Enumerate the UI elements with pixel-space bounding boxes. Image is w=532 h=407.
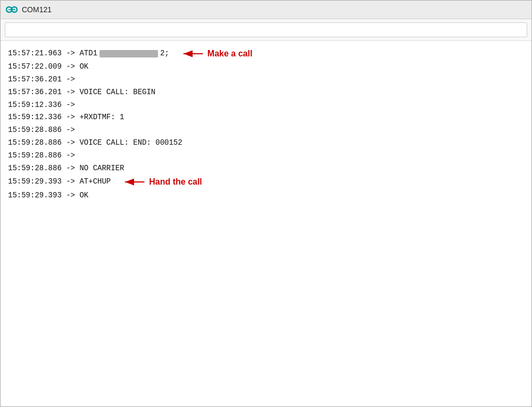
toolbar (1, 19, 531, 41)
hand-the-call-label: Hand the call (149, 175, 202, 189)
log-line-12: 15:59:29.393 -> OK (8, 189, 524, 202)
log-line-9: 15:59:28.886 -> (8, 149, 524, 162)
make-a-call-label: Make a call (207, 46, 253, 61)
log-line-7: 15:59:28.886 -> (8, 124, 524, 137)
console-output: 15:57:21.963 -> ATD1 2; Make a call (1, 41, 531, 406)
log-line-2: 15:57:22.009 -> OK (8, 61, 524, 73)
log-text-9: 15:59:28.886 -> (8, 149, 75, 162)
log-text-10: 15:59:28.886 -> NO CARRIER (8, 162, 124, 175)
log-text-7: 15:59:28.886 -> (8, 124, 75, 137)
log-line-4: 15:57:36.201 -> VOICE CALL: BEGIN (8, 86, 524, 99)
log-text-6: 15:59:12.336 -> +RXDTMF: 1 (8, 111, 124, 124)
redacted-number (99, 50, 158, 57)
arrow-left-icon-2 (120, 177, 146, 187)
log-line-8: 15:59:28.886 -> VOICE CALL: END: 000152 (8, 137, 524, 149)
log-text-2: 15:57:22.009 -> OK (8, 61, 88, 73)
log-line-10: 15:59:28.886 -> NO CARRIER (8, 162, 524, 175)
make-a-call-annotation: Make a call (179, 46, 253, 61)
log-text-8: 15:59:28.886 -> VOICE CALL: END: 000152 (8, 137, 182, 149)
window-title: COM121 (22, 5, 52, 14)
arduino-logo-icon (6, 4, 18, 15)
title-bar: COM121 (1, 1, 531, 19)
serial-input[interactable] (5, 22, 527, 37)
log-text-1: 15:57:21.963 -> ATD1 (8, 47, 97, 60)
log-text-11: 15:59:29.393 -> AT+CHUP (8, 176, 111, 188)
log-text-1b: 2; (160, 47, 169, 60)
log-text-3: 15:57:36.201 -> (8, 73, 75, 86)
log-text-12: 15:59:29.393 -> OK (8, 189, 88, 202)
log-text-5: 15:59:12.336 -> (8, 99, 75, 112)
log-line-1: 15:57:21.963 -> ATD1 2; Make a call (8, 46, 524, 61)
hand-the-call-annotation: Hand the call (120, 175, 202, 189)
arduino-serial-monitor-window: COM121 15:57:21.963 -> ATD1 2; (0, 0, 532, 407)
log-line-11: 15:59:29.393 -> AT+CHUP Hand the call (8, 175, 524, 189)
log-line-3: 15:57:36.201 -> (8, 73, 524, 86)
arrow-left-icon (179, 48, 204, 59)
log-line-6: 15:59:12.336 -> +RXDTMF: 1 (8, 111, 524, 124)
log-line-5: 15:59:12.336 -> (8, 99, 524, 112)
log-text-4: 15:57:36.201 -> VOICE CALL: BEGIN (8, 86, 155, 99)
